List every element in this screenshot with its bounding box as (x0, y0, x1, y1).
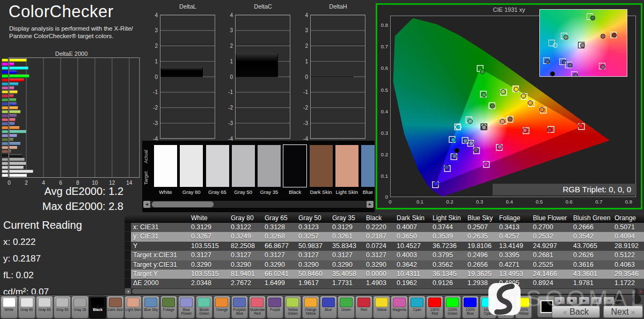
swatch-white[interactable] (154, 145, 177, 187)
patch-tile-100-red[interactable]: 100% Red (426, 296, 443, 318)
patch-tile-orange-yellow[interactable]: Orange Yellow (302, 296, 319, 318)
patch-tile-foliage[interactable]: Foliage (160, 296, 178, 318)
patch-tile-purplish-blue[interactable]: Purplish Blue (231, 296, 248, 318)
patch-tile-chip (74, 298, 86, 307)
swatch-label: Light Skin (335, 189, 358, 195)
patch-tile-chip (20, 298, 33, 307)
link-button[interactable]: ∞ (603, 296, 614, 305)
table-cell: 1.2938 (464, 279, 496, 288)
patch-tile-gray-65[interactable]: Gray 65 (36, 296, 53, 318)
swatch-actual (154, 145, 177, 166)
patch-tile-red[interactable]: Red (355, 296, 372, 318)
table-cell: 43.3601 (570, 270, 611, 279)
table-cell: 0.2187 (363, 232, 393, 241)
patch-tile-100-yellow[interactable]: 100% Yellow (515, 296, 532, 318)
patch-tile-cyan[interactable]: Cyan (408, 296, 426, 318)
patch-tile-orange[interactable]: Orange (214, 296, 231, 318)
table-col-header: Gray 65 (261, 214, 295, 223)
table-cell: 0.1962 (393, 279, 429, 288)
swatch-scroll-right-icon[interactable]: ► (367, 201, 374, 208)
table-cell: 0.3395 (496, 251, 530, 260)
svg-text:-1: -1 (303, 89, 308, 95)
notes-button[interactable]: ▤ (591, 296, 602, 305)
swatch-light-skin[interactable] (335, 145, 358, 187)
patch-tile-chip (38, 298, 51, 307)
patch-tile-label: Orange Yellow (303, 308, 319, 315)
table-cell: 0.3261 (329, 232, 363, 241)
cie-measured-dot (482, 92, 486, 97)
de-bar-chip (2, 118, 9, 121)
patch-tile-100-magenta[interactable]: 100% Magenta (497, 296, 515, 318)
svg-text:-3: -3 (228, 120, 233, 126)
swatch-scroll-left-icon[interactable]: ◄ (143, 201, 150, 208)
cie-measured-dot (474, 148, 478, 152)
table-cell: 0.3744 (429, 223, 464, 232)
table-cell: 36.7236 (429, 242, 464, 251)
table-scroll-left-icon[interactable]: ◂ (125, 288, 131, 294)
table-cell: 0.0000 (363, 270, 393, 279)
swatch-gray-35[interactable] (258, 145, 281, 187)
patch-tile-yellow[interactable]: Yellow (373, 296, 390, 318)
back-button[interactable]: « Back (552, 306, 600, 318)
cie-measured-dot (523, 128, 527, 132)
next-button[interactable]: Next » (603, 306, 643, 318)
cie-measured-dot (508, 117, 512, 121)
deltal-chart: DeltaL 43210-1-2-3-4 (145, 2, 218, 145)
cie-measured-dot (501, 90, 505, 94)
deltah-chart-title: DeltaH (310, 3, 366, 10)
swatch-target (232, 166, 255, 187)
patch-tile-moderate-red[interactable]: Moderate Red (249, 296, 266, 318)
patch-tile-100-blue[interactable]: 100% Blue (462, 296, 479, 318)
swatch-black[interactable] (283, 145, 306, 187)
svg-text:1: 1 (305, 59, 308, 64)
patch-tile-gray-50[interactable]: Gray 50 (54, 296, 71, 318)
patch-tile-white[interactable]: White (1, 296, 18, 318)
table-scroll-thumb[interactable] (132, 289, 635, 294)
patch-tile-gray-80[interactable]: Gray 80 (18, 296, 35, 318)
patch-tile-100-cyan[interactable]: 100% Cyan (480, 296, 497, 318)
de-bar-chip (2, 126, 9, 129)
de-bar-chip (2, 170, 9, 173)
patch-tile-gray-35[interactable]: Gray 35 (71, 296, 89, 318)
patch-tile-label: Yellow (374, 308, 390, 311)
current-reading: Current Reading x: 0.222 y: 0.2187 fL: 0… (3, 219, 82, 303)
patch-tile-bluish-green[interactable]: Bluish Green (196, 296, 213, 318)
patch-tile-chip (304, 298, 317, 307)
cie-measured-dot (444, 165, 449, 169)
patch-tile-blue-sky[interactable]: Blue Sky (142, 296, 159, 318)
patch-tile-label: Blue Sky (143, 308, 159, 311)
patch-tile-yellow-green[interactable]: Yellow Green (284, 296, 302, 318)
patch-tile-green[interactable]: Green (338, 296, 355, 318)
swatch-dark-skin[interactable] (310, 145, 333, 187)
patch-tile-black[interactable]: Black (89, 296, 106, 318)
de-bar-chip (2, 154, 9, 157)
table-cell: 0.3129 (188, 223, 228, 232)
table-scrollbar[interactable]: ◂ ▸ (125, 288, 644, 294)
svg-text:14: 14 (126, 180, 133, 186)
swatch-gray-65[interactable] (206, 145, 229, 187)
swatch-gray-80[interactable] (180, 145, 203, 187)
table-scroll-right-icon[interactable]: ▸ (638, 288, 643, 294)
patch-tile-chip (322, 298, 335, 307)
table-cell: 24.1466 (530, 270, 570, 279)
swatch-scrollbar[interactable]: ◄ ► (143, 201, 374, 208)
stop-button[interactable]: ■ (566, 296, 577, 305)
swatch-blue-sky[interactable] (361, 145, 375, 187)
table-cell: 0.3128 (261, 223, 295, 232)
patch-tile-blue-flower[interactable]: Blue Flower (178, 296, 195, 318)
collapse-button[interactable]: ▴ (554, 296, 565, 305)
swatch-gray-50[interactable] (232, 145, 255, 187)
patch-tile-dark-skin[interactable]: Dark Skin (107, 296, 124, 318)
patch-tile-blue[interactable]: Blue (320, 296, 337, 318)
patch-tile-chip (144, 298, 157, 307)
patch-tile-100-green[interactable]: 100% Green (444, 296, 462, 318)
play-button[interactable]: ▶ (579, 296, 590, 305)
table-cell: 0.3267 (188, 232, 228, 241)
patch-tile-purple[interactable]: Purple (267, 296, 284, 318)
patch-tile-light-skin[interactable]: Light Skin (125, 296, 142, 318)
inset-measured-dot (573, 73, 578, 77)
next-button-label: Next (611, 307, 628, 316)
deltac-chart: DeltaC 43210-1-2-3-4 (220, 2, 293, 145)
patch-tile-magenta[interactable]: Magenta (391, 296, 408, 318)
swatch-scroll-thumb[interactable] (152, 201, 214, 207)
